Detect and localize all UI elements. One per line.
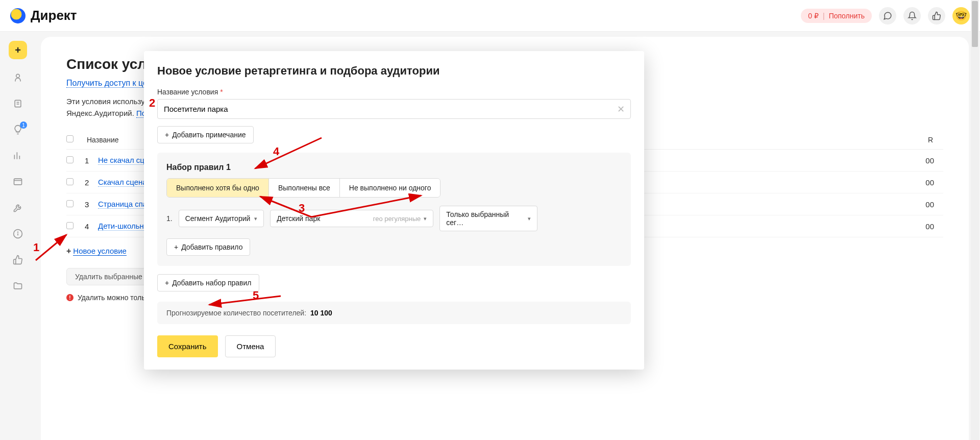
separator: | [823,12,825,20]
chevron-down-icon: ▾ [528,215,531,222]
lightbulb-icon[interactable]: 1 [13,125,23,137]
add-note-button[interactable]: + Добавить примечание [157,126,254,143]
row-checkbox[interactable] [66,178,74,185]
user-icon[interactable] [13,72,23,85]
segment-dropdown[interactable]: Детский парк гео регулярные ▾ [270,210,433,227]
plus-icon: + [66,247,71,256]
rule-number: 1. [166,214,173,223]
row-checkbox[interactable] [66,156,74,163]
avatar[interactable]: 🤓 [952,7,970,25]
svg-point-0 [16,74,20,78]
scrollbar-thumb[interactable] [972,1,978,47]
add-button[interactable]: + [9,41,27,59]
like-icon[interactable] [13,255,23,267]
match-any-tab[interactable]: Выполнено хотя бы одно [167,179,269,197]
match-mode-group: Выполнено хотя бы одно Выполнены все Не … [166,178,440,198]
chevron-down-icon: ▾ [424,215,427,222]
ruleset-block: Набор правил 1 Выполнено хотя бы одно Вы… [157,153,631,266]
row-checkbox[interactable] [66,222,74,229]
cancel-button[interactable]: Отмена [225,335,276,357]
balance-amount: 0 ₽ [808,12,819,20]
delete-selected-button[interactable]: Удалить выбранные [66,268,151,285]
retargeting-modal: Новое условие ретаргетинга и подбора ауд… [144,51,644,370]
condition-link[interactable]: Скачал сценар [98,178,151,187]
svg-rect-4 [14,179,22,185]
error-icon: ! [66,294,74,301]
plus-icon: + [174,243,178,251]
topup-link[interactable]: Пополнить [829,12,865,20]
select-all-checkbox[interactable] [66,135,74,142]
product-name: Директ [31,8,77,23]
tools-icon[interactable] [13,203,23,215]
modal-title: Новое условие ретаргетинга и подбора ауд… [157,64,631,78]
save-button[interactable]: Сохранить [157,335,218,357]
plus-icon: + [165,279,169,287]
chart-icon[interactable] [13,151,23,163]
plus-icon: + [165,131,169,139]
bell-icon[interactable] [903,7,921,25]
add-ruleset-button[interactable]: + Добавить набор правил [157,274,259,291]
chevron-down-icon: ▾ [254,215,257,222]
thumbs-up-icon[interactable] [928,7,945,25]
condition-link[interactable]: Дети-школьни [98,222,148,231]
col-ctr: R [928,136,943,144]
balance-pill[interactable]: 0 ₽ | Пополнить [801,9,872,23]
scope-dropdown[interactable]: Только выбранный сег… ▾ [439,206,537,231]
access-link[interactable]: Получить доступ к целя [66,79,156,88]
rule-row: 1. Сегмент Аудиторий ▾ Детский парк гео … [166,206,622,231]
clear-icon[interactable]: ✕ [617,104,625,115]
forecast-value: 10 100 [310,309,332,317]
col-name: Название [87,136,119,144]
info-icon[interactable] [13,229,23,241]
logo[interactable]: Директ [10,8,77,23]
forecast-bar: Прогнозируемое количество посетителей: 1… [157,302,631,324]
ruleset-title: Набор правил 1 [166,163,622,172]
document-icon[interactable] [13,99,23,111]
row-checkbox[interactable] [66,200,74,207]
left-rail: + 1 [0,32,36,440]
add-rule-button[interactable]: + Добавить правило [166,238,250,256]
vertical-scrollbar[interactable] [971,0,979,440]
name-label: Название условия * [157,88,631,96]
logo-icon [10,8,26,23]
match-all-tab[interactable]: Выполнены все [269,179,340,197]
app-header: Директ 0 ₽ | Пополнить 🤓 [0,0,980,32]
chat-icon[interactable] [879,7,896,25]
condition-name-input[interactable] [157,99,631,119]
svg-point-8 [18,232,18,232]
notification-badge: 1 [20,121,27,129]
match-none-tab[interactable]: Не выполнено ни одного [340,179,440,197]
condition-link[interactable]: Страница спас [98,200,151,209]
source-dropdown[interactable]: Сегмент Аудиторий ▾ [179,210,264,227]
browser-icon[interactable] [13,177,23,189]
folder-icon[interactable] [13,281,23,294]
